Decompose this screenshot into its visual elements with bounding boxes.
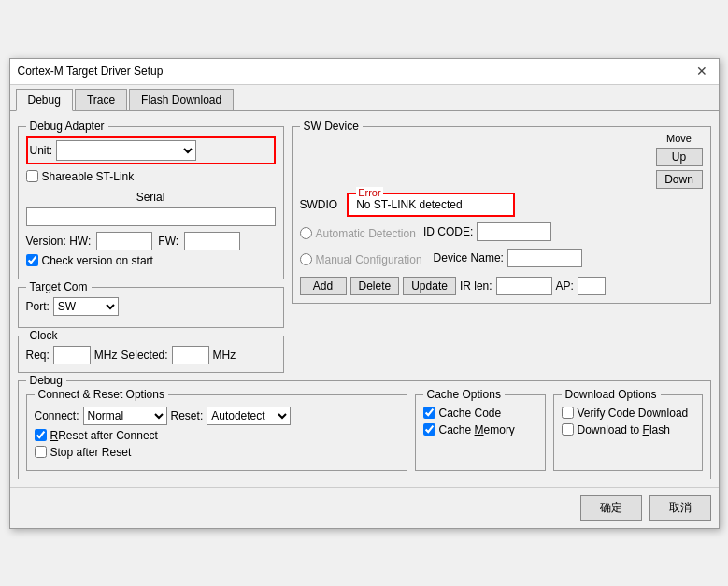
selected-unit: MHz <box>213 349 236 362</box>
debug-bottom-title: Debug <box>26 374 66 387</box>
connect-reset-title: Connect & Reset Options <box>35 388 168 401</box>
shareable-checkbox[interactable] <box>26 170 38 182</box>
update-button[interactable]: Update <box>403 277 456 295</box>
auto-radio-input[interactable] <box>300 227 312 239</box>
target-com-title: Target Com <box>26 280 92 293</box>
ap-label: AP: <box>556 279 574 293</box>
req-unit: MHz <box>94 349 118 362</box>
req-input[interactable]: 4 <box>53 346 91 364</box>
cache-options-group: Cache Options Cache Code Cache Memory <box>415 394 546 471</box>
stop-after-checkbox[interactable] <box>35 446 47 458</box>
verify-label: Verify Code Download <box>578 407 689 420</box>
device-name-input[interactable] <box>507 249 582 267</box>
top-section: Debug Adapter Unit: Shareable ST-Link <box>18 119 711 373</box>
main-window: Cortex-M Target Driver Setup ✕ Debug Tra… <box>9 58 720 529</box>
bottom-inner: Connect & Reset Options Connect: Normal … <box>26 394 703 471</box>
id-code-row: ID CODE: <box>423 222 551 241</box>
fw-input[interactable] <box>184 232 240 250</box>
download-row: Download to Flash <box>562 423 694 436</box>
ap-input[interactable]: 0 <box>578 277 606 295</box>
reset-after-row: RReset after Connect <box>35 429 399 442</box>
add-del-row: Add Delete Update IR len: AP: 0 <box>300 277 703 295</box>
manual-config-label: Manual Configuration <box>316 253 422 266</box>
check-version-checkbox[interactable] <box>26 254 38 266</box>
right-panel: SW Device Move Up Down SWDIO Error <box>292 119 711 373</box>
verify-checkbox[interactable] <box>562 407 574 419</box>
sw-device-title: SW Device <box>300 120 363 133</box>
cancel-button[interactable]: 取消 <box>649 495 711 521</box>
version-row: Version: HW: FW: <box>26 232 276 250</box>
up-button[interactable]: Up <box>656 148 703 166</box>
port-label: Port: <box>26 300 50 313</box>
cache-code-label: Cache Code <box>439 407 502 420</box>
reset-label: Reset: <box>171 409 204 422</box>
check-version-row: Check version on start <box>26 254 276 267</box>
footer: 确定 取消 <box>10 487 719 528</box>
serial-input[interactable] <box>26 207 276 226</box>
cache-memory-checkbox[interactable] <box>423 423 435 436</box>
port-row: Port: SW JTAG <box>26 297 276 316</box>
id-code-input[interactable] <box>477 222 551 241</box>
stop-after-label: Stop after Reset <box>50 446 132 459</box>
swdio-row: SWDIO Error No ST-LINK detected <box>300 193 703 217</box>
download-label: Download to Flash <box>578 423 670 436</box>
manual-radio-input[interactable] <box>300 253 312 265</box>
swdio-label: SWDIO <box>300 198 338 211</box>
selected-input[interactable]: 0 <box>172 346 209 364</box>
target-com-group: Target Com Port: SW JTAG <box>18 287 284 328</box>
debug-adapter-group: Debug Adapter Unit: Shareable ST-Link <box>18 126 284 279</box>
detection-row: Automatic Detection ID CODE: <box>300 222 703 245</box>
down-button[interactable]: Down <box>656 170 703 189</box>
manual-row: Manual Configuration Device Name: <box>300 249 703 271</box>
auto-detection-radio[interactable]: Automatic Detection <box>300 227 416 240</box>
ir-len-input[interactable] <box>496 277 552 295</box>
unit-label: Unit: <box>30 144 53 157</box>
error-label: Error <box>356 187 382 198</box>
tab-trace[interactable]: Trace <box>75 89 127 110</box>
check-version-label: Check version on start <box>42 254 153 267</box>
cache-code-row: Cache Code <box>423 407 537 420</box>
debug-bottom-group: Debug Connect & Reset Options Connect: N… <box>18 380 711 479</box>
tab-debug[interactable]: Debug <box>16 89 73 111</box>
move-label: Move <box>656 133 703 144</box>
add-button[interactable]: Add <box>300 277 347 295</box>
serial-group: Serial <box>26 191 276 226</box>
ok-button[interactable]: 确定 <box>580 495 642 521</box>
title-bar: Cortex-M Target Driver Setup ✕ <box>10 59 719 85</box>
manual-config-radio[interactable]: Manual Configuration <box>300 253 422 266</box>
clock-title: Clock <box>26 329 62 342</box>
auto-detection-label: Automatic Detection <box>316 227 416 240</box>
clock-group: Clock Req: 4 MHz Selected: 0 MHz <box>18 336 284 373</box>
tab-flash-download[interactable]: Flash Download <box>129 89 234 110</box>
cache-memory-row: Cache Memory <box>423 423 537 436</box>
port-select[interactable]: SW JTAG <box>53 297 119 316</box>
unit-select[interactable] <box>56 140 196 161</box>
unit-select-wrapper: Unit: <box>26 136 276 164</box>
download-checkbox[interactable] <box>562 423 574 436</box>
reset-select[interactable]: Autodetect Software Hardware VECTRESET <box>207 407 291 425</box>
delete-button[interactable]: Delete <box>350 277 400 295</box>
bottom-section: Debug Connect & Reset Options Connect: N… <box>18 380 711 479</box>
ir-ap-row: IR len: AP: 0 <box>460 277 606 295</box>
id-code-label: ID CODE: <box>423 225 473 238</box>
serial-title: Serial <box>26 191 276 204</box>
cache-memory-label: Cache Memory <box>439 423 515 436</box>
cache-options-title: Cache Options <box>423 388 505 401</box>
error-box: Error No ST-LINK detected <box>347 193 515 217</box>
connect-label: Connect: <box>35 409 79 422</box>
error-message: No ST-LINK detected <box>356 198 462 211</box>
connect-select[interactable]: Normal with Pre-reset under Reset Connec… <box>83 407 167 425</box>
verify-row: Verify Code Download <box>562 407 694 420</box>
req-label: Req: <box>26 349 50 362</box>
sw-device-group: SW Device Move Up Down SWDIO Error <box>292 126 711 304</box>
reset-after-checkbox[interactable] <box>35 429 47 441</box>
download-options-group: Download Options Verify Code Download Do… <box>553 394 703 471</box>
cache-code-checkbox[interactable] <box>423 407 435 419</box>
close-button[interactable]: ✕ <box>692 64 711 79</box>
version-label: Version: HW: <box>26 235 92 248</box>
hw-input[interactable] <box>96 232 152 250</box>
download-options-title: Download Options <box>562 388 661 401</box>
ir-len-label: IR len: <box>460 279 492 293</box>
main-content: Debug Adapter Unit: Shareable ST-Link <box>10 111 719 487</box>
tab-bar: Debug Trace Flash Download <box>10 85 719 111</box>
